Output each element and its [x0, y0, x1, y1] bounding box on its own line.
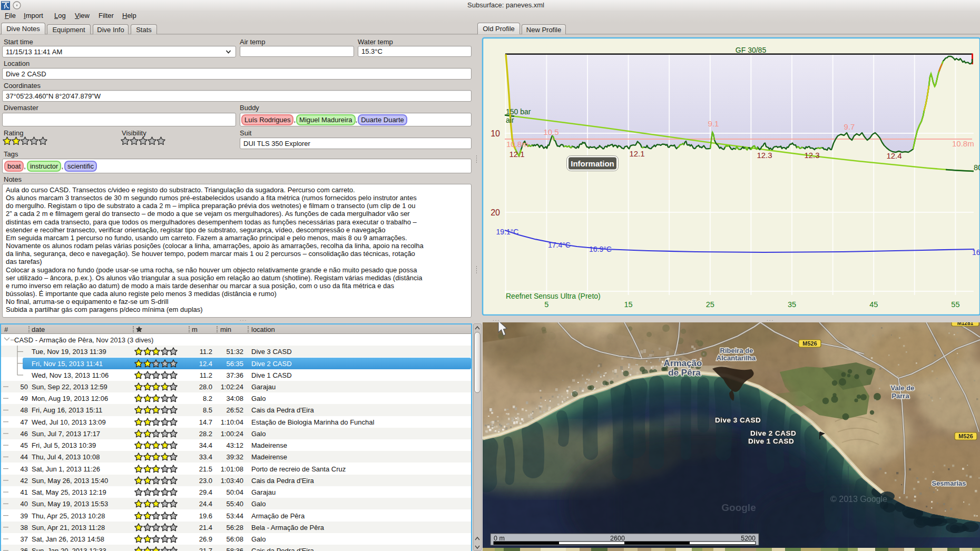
svg-text:Google: Google — [721, 502, 756, 513]
svg-text:M526: M526 — [802, 340, 817, 347]
svg-text:12.3: 12.3 — [757, 151, 772, 160]
svg-text:12.4: 12.4 — [886, 151, 901, 160]
svg-text:16: 16 — [972, 248, 980, 257]
svg-text:12.1: 12.1 — [509, 150, 524, 159]
svg-text:Parra: Parra — [891, 392, 909, 400]
svg-text:© 2013 Google: © 2013 Google — [830, 495, 887, 504]
svg-text:12.3: 12.3 — [804, 151, 819, 160]
svg-text:55: 55 — [951, 300, 959, 309]
svg-text:19.1°C: 19.1°C — [496, 228, 519, 236]
svg-text:10.5: 10.5 — [543, 127, 558, 136]
svg-text:Dive 1 CASD: Dive 1 CASD — [748, 437, 794, 445]
svg-text:9.1: 9.1 — [708, 119, 719, 128]
svg-text:10.8m: 10.8m — [952, 139, 974, 148]
svg-text:Armação: Armação — [664, 358, 702, 368]
svg-text:M526: M526 — [958, 433, 973, 439]
svg-text:M1281: M1281 — [957, 322, 974, 326]
svg-text:20: 20 — [491, 208, 500, 217]
svg-text:0 m: 0 m — [494, 535, 505, 542]
svg-text:GF 30/85: GF 30/85 — [736, 46, 767, 54]
svg-text:Dive 3 CASD: Dive 3 CASD — [715, 416, 761, 424]
svg-text:Vale de: Vale de — [891, 384, 915, 392]
svg-text:Sesmarias: Sesmarias — [932, 479, 966, 487]
svg-text:5: 5 — [544, 300, 548, 309]
svg-text:25: 25 — [706, 300, 714, 309]
svg-text:10.8m: 10.8m — [506, 140, 528, 149]
svg-text:Ribeira de: Ribeira de — [720, 347, 753, 355]
svg-text:air: air — [506, 116, 514, 124]
svg-text:2600: 2600 — [610, 535, 625, 542]
svg-text:10: 10 — [491, 129, 500, 138]
svg-text:17.4°C: 17.4°C — [548, 241, 571, 249]
svg-text:45: 45 — [869, 300, 878, 309]
svg-text:9.7: 9.7 — [844, 122, 855, 131]
svg-text:Reefnet Sensus Ultra (Preto): Reefnet Sensus Ultra (Preto) — [506, 292, 601, 300]
svg-text:80: 80 — [974, 163, 980, 172]
svg-text:Alcantarilha: Alcantarilha — [717, 354, 756, 362]
svg-text:5200: 5200 — [741, 535, 756, 542]
svg-text:35: 35 — [788, 300, 796, 309]
svg-text:150 bar: 150 bar — [506, 107, 531, 116]
svg-text:12.1: 12.1 — [629, 149, 644, 158]
svg-text:15: 15 — [624, 300, 633, 309]
svg-text:Information: Information — [571, 159, 614, 168]
svg-text:16.9°C: 16.9°C — [589, 245, 612, 253]
svg-text:Dive 2 CASD: Dive 2 CASD — [750, 429, 796, 437]
svg-text:de Pêra: de Pêra — [668, 368, 701, 378]
